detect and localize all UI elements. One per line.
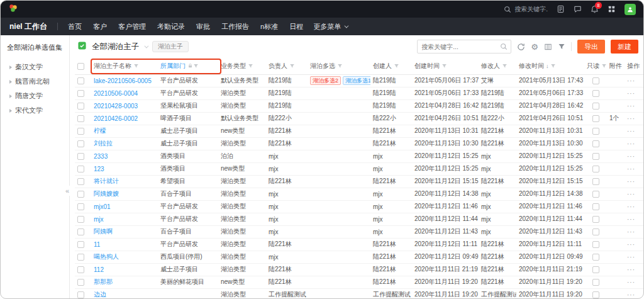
sidebar-item[interactable]: 秦汉文学 (7, 60, 65, 74)
readonly-checkbox[interactable] (592, 241, 599, 248)
readonly-checkbox[interactable] (592, 266, 599, 273)
record-link[interactable]: mjx (94, 216, 104, 223)
filter-icon[interactable] (193, 63, 199, 69)
sidebar-item[interactable]: 魏晋南北朝 (7, 74, 65, 89)
notes-icon[interactable] (557, 5, 565, 13)
readonly-checkbox[interactable] (592, 166, 599, 172)
row-actions-button[interactable]: ··· (627, 254, 635, 261)
readonly-checkbox[interactable] (592, 103, 599, 110)
row-actions-button[interactable]: ··· (627, 291, 635, 298)
row-checkbox[interactable] (77, 90, 84, 97)
row-actions-button[interactable]: ··· (627, 228, 635, 235)
row-actions-button[interactable]: ··· (627, 279, 635, 286)
record-link[interactable]: 阿姨嫂嫂 (94, 190, 119, 197)
filter-icon[interactable] (601, 63, 607, 69)
apps-grid-icon[interactable] (608, 5, 616, 13)
record-link[interactable]: 喝热狗人 (94, 253, 119, 260)
record-link[interactable]: 20210506-0004 (94, 90, 138, 97)
row-checkbox[interactable] (77, 254, 84, 261)
readonly-checkbox[interactable] (592, 279, 599, 286)
record-link[interactable]: lake-20210506-0005 (94, 77, 152, 84)
row-actions-button[interactable]: ··· (627, 203, 635, 210)
readonly-checkbox[interactable] (592, 128, 599, 135)
record-link[interactable]: 阿姨啊 (94, 228, 113, 235)
record-link[interactable]: 20210426-0002 (94, 115, 138, 122)
row-actions-button[interactable]: ··· (627, 140, 635, 147)
column-header[interactable]: 创建时间 (412, 58, 479, 74)
row-checkbox[interactable] (77, 291, 84, 298)
column-header[interactable]: 修改时间↓ (516, 58, 584, 74)
nav-item[interactable]: 首页 (68, 22, 82, 31)
readonly-checkbox[interactable] (592, 77, 599, 84)
readonly-checkbox[interactable] (592, 178, 599, 185)
readonly-checkbox[interactable] (592, 191, 599, 198)
workspace-title[interactable]: niel 工作台 (9, 21, 47, 32)
sidebar-item[interactable]: 宋代文学 (7, 103, 65, 118)
row-checkbox[interactable] (77, 228, 84, 235)
global-search[interactable]: 搜索关键字. (504, 5, 548, 14)
readonly-checkbox[interactable] (592, 203, 599, 210)
row-actions-button[interactable]: ··· (627, 128, 635, 135)
row-checkbox[interactable] (77, 279, 84, 286)
readonly-checkbox[interactable] (592, 216, 599, 223)
sidebar-collapse-button[interactable]: « (65, 186, 70, 196)
readonly-checkbox[interactable] (592, 291, 599, 298)
create-button[interactable]: 新建 (611, 40, 638, 54)
record-link[interactable]: 将计就计 (94, 178, 119, 184)
readonly-checkbox[interactable] (592, 254, 599, 261)
refresh-icon[interactable] (517, 43, 525, 51)
column-header[interactable]: 修改人 (479, 58, 516, 74)
row-checkbox[interactable] (77, 241, 84, 248)
row-actions-button[interactable]: ··· (627, 90, 635, 97)
filter-icon[interactable] (337, 63, 343, 69)
row-actions-button[interactable]: ··· (627, 216, 635, 223)
row-checkbox[interactable] (77, 266, 84, 273)
nav-item[interactable]: 日程 (289, 22, 303, 31)
row-actions-button[interactable]: ··· (627, 77, 635, 84)
column-header[interactable]: 只读 (584, 58, 607, 74)
nav-item[interactable]: 考勤记录 (157, 22, 185, 31)
record-link[interactable]: 柠檬 (94, 127, 106, 134)
readonly-checkbox[interactable] (592, 153, 599, 160)
readonly-checkbox[interactable] (592, 140, 599, 147)
row-actions-button[interactable]: ··· (627, 241, 635, 248)
settings-gear-icon[interactable]: ⚙ (531, 43, 538, 51)
list-search-input[interactable] (418, 43, 500, 50)
chat-icon[interactable] (574, 5, 582, 13)
view-title[interactable]: 全部湖泊主子 (92, 42, 139, 52)
row-actions-button[interactable]: ··· (627, 191, 635, 198)
row-actions-button[interactable]: ··· (627, 115, 635, 122)
sidebar-item[interactable]: 隋唐文学 (7, 89, 65, 103)
record-link[interactable]: 123 (94, 166, 104, 172)
nav-item[interactable]: 客户 (93, 22, 107, 31)
row-checkbox[interactable] (77, 153, 84, 160)
record-link[interactable]: 112 (94, 266, 104, 273)
record-link[interactable]: 那那那 (94, 278, 113, 285)
nav-item[interactable]: 审批 (196, 22, 210, 31)
row-checkbox[interactable] (77, 216, 84, 223)
row-checkbox[interactable] (77, 178, 84, 185)
column-header[interactable]: 所属部门 (158, 58, 218, 74)
row-actions-button[interactable]: ··· (627, 103, 635, 110)
column-header[interactable]: 湖泊主子名称 (91, 58, 158, 74)
row-checkbox[interactable] (77, 203, 84, 210)
row-checkbox[interactable] (77, 77, 84, 84)
column-header[interactable]: 创建人 (370, 58, 412, 74)
filter-icon[interactable] (133, 63, 139, 69)
readonly-checkbox[interactable] (592, 115, 599, 122)
record-link[interactable]: 20210428-0003 (94, 103, 138, 110)
filter-icon[interactable] (502, 63, 508, 69)
nav-more-menu[interactable]: 更多菜单 (313, 22, 347, 31)
export-button[interactable]: 导出 (577, 40, 605, 54)
nav-item[interactable]: 客户管理 (118, 22, 146, 31)
nav-item[interactable]: n标准 (260, 22, 278, 31)
record-link[interactable]: 2333 (94, 153, 108, 160)
record-link[interactable]: mjx01 (94, 203, 111, 210)
record-link[interactable]: 11 (94, 241, 100, 248)
column-header[interactable]: 附件 (607, 58, 625, 74)
row-checkbox[interactable] (77, 166, 84, 172)
column-header[interactable]: 操作 (625, 58, 643, 74)
filter-icon[interactable] (394, 63, 399, 69)
notifications-button[interactable]: 8 (591, 5, 599, 13)
row-actions-button[interactable]: ··· (627, 166, 635, 172)
